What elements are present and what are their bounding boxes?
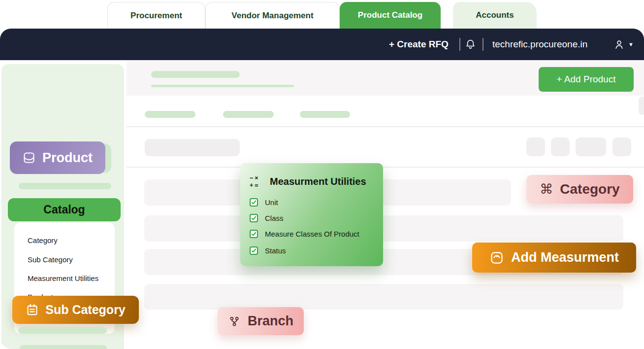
tab-accounts-label: Accounts (476, 10, 514, 20)
checkbox-checked-icon[interactable] (250, 246, 258, 255)
tab-procurement[interactable]: Procurement (107, 2, 205, 29)
checklist-label: Class (265, 214, 284, 222)
scale-gauge-icon (489, 250, 504, 265)
skeleton-search-box (145, 139, 240, 156)
skeleton-title-pill (151, 71, 240, 78)
category-badge-label: Category (560, 181, 619, 197)
edge-partial-element (639, 97, 644, 115)
checklist-item-status: Status (250, 245, 286, 255)
create-rfq-button[interactable]: + Create RFQ (389, 29, 449, 60)
chevron-down-icon[interactable]: ▼ (628, 41, 634, 47)
menu-item-sub-category[interactable]: Sub Category (28, 254, 73, 264)
add-measurement-button[interactable]: Add Measurment (472, 243, 636, 273)
skeleton-toolbar-button (551, 138, 570, 156)
navbar-divider (483, 38, 483, 51)
menu-item-category[interactable]: Category (28, 235, 58, 245)
calculator-math-icon: −×+= (250, 174, 259, 189)
command-icon: ⌘ (540, 181, 553, 197)
clipboard-icon (26, 303, 39, 316)
skeleton-table-row (144, 284, 623, 310)
checklist-item-class: Class (250, 213, 284, 223)
tab-vendor-management-label: Vendor Management (231, 11, 313, 21)
menu-item-measurement-utilities[interactable]: Measurement Utilities (28, 273, 98, 283)
add-product-label: + Add Product (557, 74, 616, 85)
navbar-divider (459, 38, 460, 51)
add-product-button[interactable]: + Add Product (539, 67, 634, 92)
divider (127, 126, 644, 127)
skeleton-table-row (144, 215, 623, 242)
tab-product-catalog-label: Product Catalog (358, 10, 422, 20)
tab-vendor-management[interactable]: Vendor Management (205, 2, 340, 29)
measurement-utilities-card: −×+= Measurment Utilities Unit Class Mea… (240, 163, 383, 266)
sub-category-button-label: Sub Category (45, 303, 126, 317)
measurement-card-title: Measurment Utilities (270, 176, 366, 187)
sidebar-catalog-button[interactable]: Catalog (8, 198, 121, 221)
skeleton-toolbar-button (526, 138, 545, 156)
checkbox-checked-icon[interactable] (250, 198, 258, 207)
tenant-domain[interactable]: techrefic.procureone.in (492, 29, 587, 60)
skeleton-subtitle-line (151, 85, 294, 87)
branch-icon (228, 315, 241, 328)
checkbox-checked-icon[interactable] (250, 230, 258, 238)
checklist-item-unit: Unit (250, 197, 278, 207)
checklist-label: Unit (265, 198, 278, 207)
branch-badge-label: Branch (248, 314, 293, 329)
branch-badge[interactable]: Branch (218, 307, 304, 335)
checklist-label: Measure Classes Of Product (265, 230, 359, 238)
divider (127, 167, 644, 168)
sidebar-product-button[interactable]: Product (10, 141, 105, 174)
product-box-icon (23, 151, 35, 164)
sub-category-button[interactable]: Sub Category (12, 296, 139, 324)
top-navbar: + Create RFQ techrefic.procureone.in ▼ (0, 29, 644, 60)
app-window: Procurement Vendor Management Product Ca… (0, 0, 644, 349)
catalog-button-label: Catalog (43, 203, 85, 216)
tab-product-catalog[interactable]: Product Catalog (340, 2, 441, 29)
checklist-item-measure-classes: Measure Classes Of Product (250, 229, 359, 239)
skeleton-sidebar-pill (20, 345, 107, 349)
skeleton-tab-pill (145, 111, 195, 118)
add-measurement-label: Add Measurment (511, 250, 619, 265)
skeleton-sidebar-pill (18, 327, 107, 334)
skeleton-toolbar-button (576, 138, 606, 156)
checklist-label: Status (265, 246, 286, 255)
skeleton-tab-pill (223, 111, 274, 118)
notifications-bell-icon[interactable] (465, 38, 476, 52)
tab-accounts[interactable]: Accounts (453, 2, 537, 29)
tab-procurement-label: Procurement (130, 11, 182, 21)
checkbox-checked-icon[interactable] (250, 214, 258, 222)
skeleton-toolbar-button (612, 138, 631, 156)
skeleton-tab-pill (300, 111, 350, 118)
category-badge[interactable]: ⌘ Category (526, 175, 633, 204)
skeleton-sidebar-pill (19, 183, 111, 189)
user-account-icon[interactable] (613, 38, 625, 52)
product-button-label: Product (42, 150, 93, 166)
